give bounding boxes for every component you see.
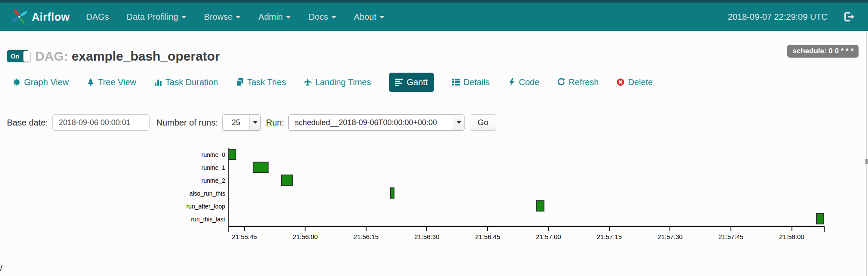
navbar-left: Airflow DAGs Data Profiling Browse Admin…: [0, 3, 402, 31]
navbar-right: 2018-09-07 22:29:09 UTC: [728, 11, 868, 22]
caret-down-icon: [249, 115, 260, 130]
bar-chart-icon: [154, 78, 162, 86]
tab-code[interactable]: Code: [508, 77, 540, 87]
gantt-bar[interactable]: [536, 200, 544, 212]
copy-icon: [236, 78, 244, 86]
x-axis-tick-label: 21:56:00: [284, 233, 327, 240]
tab-label: Details: [463, 77, 489, 87]
num-runs-value: 25: [223, 115, 249, 130]
tab-label: Gantt: [406, 77, 428, 87]
airflow-gantt-page: Airflow DAGs Data Profiling Browse Admin…: [0, 0, 868, 276]
delete-circle-x-icon: [617, 78, 624, 86]
run-select[interactable]: scheduled__2018-09-06T00:00:00+00:00: [288, 114, 465, 131]
tab-label: Delete: [628, 77, 653, 87]
x-axis-tick: [730, 227, 731, 231]
tab-label: Landing Times: [315, 77, 371, 87]
airflow-pinwheel-logo[interactable]: [10, 8, 28, 26]
x-axis-tick: [548, 227, 549, 231]
tab-gantt[interactable]: Gantt: [389, 73, 434, 92]
nav-item-browse[interactable]: Browse: [204, 12, 241, 22]
nav-item-label: About: [354, 12, 376, 21]
gantt-bar[interactable]: [816, 213, 824, 224]
caret-down-icon: [181, 16, 186, 18]
tab-label: Graph View: [24, 77, 69, 87]
nav-item-about[interactable]: About: [354, 12, 385, 22]
scrollbar-thumb[interactable]: [865, 159, 868, 164]
task-label: also_run_this: [0, 190, 225, 197]
x-axis-tick: [792, 227, 792, 231]
nav-item-data-profiling[interactable]: Data Profiling: [127, 12, 186, 22]
filter-form: Base date: Number of runs: 25 Run: sched…: [7, 114, 496, 131]
divider: [6, 106, 862, 106]
plane-icon: [304, 78, 312, 86]
axis-end-tick: [228, 227, 229, 232]
burst-icon: [13, 78, 21, 86]
gantt-bar[interactable]: [253, 162, 269, 173]
nav-item-label: Browse: [204, 12, 233, 21]
nav-menu: DAGs Data Profiling Browse Admin Docs Ab…: [86, 12, 402, 22]
nav-item-admin[interactable]: Admin: [258, 12, 291, 22]
tab-label: Task Tries: [247, 77, 286, 87]
nav-item-dags[interactable]: DAGs: [86, 12, 109, 22]
tab-label: Task Duration: [165, 77, 218, 87]
toggle-on-label: On: [11, 53, 19, 60]
num-runs-select[interactable]: 25: [222, 114, 261, 131]
tab-details[interactable]: Details: [452, 77, 489, 87]
caret-down-icon: [286, 16, 291, 18]
tab-label: Code: [519, 77, 540, 87]
list-icon: [452, 78, 460, 86]
toggle-handle[interactable]: [23, 51, 31, 62]
x-axis-tick: [366, 227, 367, 231]
x-axis-tick-label: 21:56:15: [345, 233, 388, 240]
dag-prefix: DAG:: [35, 49, 68, 63]
x-axis-tick-label: 21:56:30: [405, 233, 448, 240]
brand-name[interactable]: Airflow: [32, 11, 70, 23]
nav-item-label: Admin: [258, 12, 283, 21]
x-axis-tick-label: 21:57:45: [709, 233, 752, 240]
dag-name: example_bash_operator: [72, 49, 220, 63]
num-runs-label: Number of runs:: [156, 118, 218, 128]
caret-down-icon: [235, 16, 241, 18]
y-axis-line: [228, 148, 229, 226]
x-axis-tick: [487, 227, 488, 231]
x-axis-tick: [305, 227, 306, 231]
tab-refresh[interactable]: Refresh: [557, 77, 599, 87]
x-axis-tick: [426, 227, 427, 231]
tab-graph-view[interactable]: Graph View: [13, 77, 69, 87]
tab-landing-times[interactable]: Landing Times: [304, 77, 371, 87]
run-label: Run:: [266, 118, 284, 128]
go-button[interactable]: Go: [470, 114, 496, 131]
link-preview-text: /: [0, 263, 3, 273]
axis-end-tick: [824, 227, 825, 232]
base-date-label: Base date:: [7, 118, 48, 128]
dag-pause-toggle[interactable]: On: [7, 50, 29, 62]
tab-tree-view[interactable]: Tree View: [87, 77, 136, 87]
utc-clock: 2018-09-07 22:29:09 UTC: [728, 12, 828, 22]
nav-item-docs[interactable]: Docs: [309, 12, 336, 22]
top-navbar: Airflow DAGs Data Profiling Browse Admin…: [0, 0, 868, 31]
caret-down-icon: [379, 16, 385, 18]
schedule-badge: schedule: 0 0 * * *: [787, 45, 859, 58]
x-axis-tick-label: 21:58:00: [770, 233, 813, 240]
x-axis-tick: [244, 227, 245, 231]
task-label: runme_2: [0, 177, 225, 184]
task-label: run_after_loop: [0, 203, 225, 210]
x-axis-tick: [669, 227, 670, 231]
tree-icon: [87, 78, 95, 86]
gantt-bar[interactable]: [390, 187, 394, 199]
gantt-bar[interactable]: [228, 149, 236, 160]
x-axis-tick: [609, 227, 610, 231]
x-axis-tick-label: 21:57:30: [648, 233, 691, 240]
x-axis-line: [228, 226, 825, 227]
sign-out-icon[interactable]: [844, 11, 855, 22]
tab-task-tries[interactable]: Task Tries: [236, 77, 286, 87]
view-tabs: Graph View Tree View Task Duration Task …: [13, 71, 671, 93]
tab-delete[interactable]: Delete: [617, 77, 653, 87]
tab-task-duration[interactable]: Task Duration: [154, 77, 218, 87]
tab-label: Tree View: [98, 77, 136, 87]
caret-down-icon: [331, 16, 336, 18]
gantt-chart: 21:55:4521:56:0021:56:1521:56:3021:56:45…: [0, 142, 868, 249]
gantt-bar[interactable]: [281, 175, 293, 186]
base-date-input[interactable]: [52, 114, 150, 131]
bolt-icon: [508, 78, 516, 86]
